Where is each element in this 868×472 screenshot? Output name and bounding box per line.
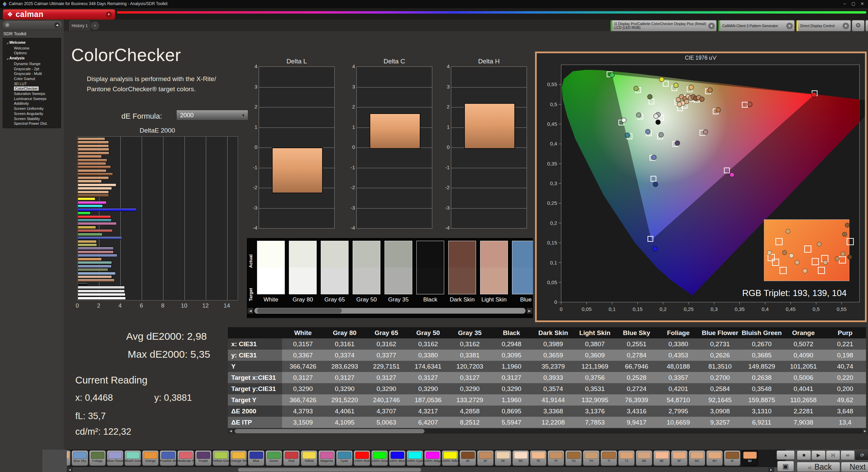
table-cell: 0,3161 — [324, 338, 366, 350]
patch-button-cyan[interactable]: Cyan — [336, 450, 353, 466]
patch-button-blue[interactable]: Blue — [248, 450, 264, 466]
sidebar-item-welcome[interactable]: ◢Welcome — [3, 40, 61, 46]
add-tab-button[interactable]: + — [91, 22, 99, 30]
scroll-left-icon[interactable]: ◀ — [228, 429, 234, 434]
patch-button-8h[interactable]: 8H — [706, 450, 723, 466]
loop-button[interactable]: ∞ — [841, 450, 855, 460]
patch-button-8g[interactable]: 8G — [689, 450, 705, 466]
tree-expand-icon[interactable]: ◢ — [6, 42, 8, 44]
maximize-icon[interactable]: ▢ — [849, 1, 858, 7]
tab-history-1[interactable]: History 1 — [69, 20, 90, 31]
patch-button-2e[interactable]: 2E — [459, 450, 476, 466]
sidebar-item-luminance-sweeps[interactable]: Luminance Sweeps — [3, 96, 61, 101]
record-dot-icon[interactable] — [5, 23, 9, 27]
patch-button-orange[interactable]: Orange — [142, 450, 159, 466]
swatch-scrollbar[interactable] — [254, 308, 526, 314]
sidebar-item-options[interactable]: Options — [3, 51, 61, 56]
sidebar-item-grayscale-multi[interactable]: Grayscale - Multi — [3, 71, 61, 76]
sidebar-item-screen-stability[interactable]: Screen Stability — [3, 116, 61, 121]
scroll-left-icon[interactable]: ◀ — [248, 308, 253, 314]
device-dropdown-0[interactable]: i1 Display Pro/Calibrite ColorChecker Di… — [610, 20, 717, 32]
patch-button-bluish-green[interactable]: Bluish Green — [124, 450, 141, 466]
patch-button-100-magenta[interactable]: 100% Magenta — [424, 450, 441, 466]
patch-button-100-yellow[interactable]: 100% Yellow — [442, 450, 458, 466]
patch-button-7i[interactable]: 7I — [600, 450, 617, 466]
minimize-icon[interactable]: – — [840, 1, 849, 7]
patch-button-2f[interactable]: 2F — [477, 450, 494, 466]
scroll-right-icon[interactable]: ▶ — [527, 308, 532, 314]
patch-button-8d[interactable]: 8D — [636, 450, 652, 466]
patch-button-100-red[interactable]: 100% Red — [354, 450, 370, 466]
patch-button-7j[interactable]: 7J — [618, 450, 635, 466]
swatch-actual — [289, 241, 316, 268]
pattern-window-button[interactable]: ▣ — [777, 461, 794, 472]
patch-button-red[interactable]: Red — [283, 450, 300, 466]
sidebar-item-color-gamut[interactable]: Color Gamut — [3, 76, 61, 81]
scrollbar-thumb[interactable] — [235, 429, 425, 433]
patch-button-8j[interactable]: 8J — [742, 450, 758, 466]
calman-logo-button[interactable]: ❖ calman ▼ — [3, 9, 115, 20]
refresh-button[interactable]: ⟳ — [855, 450, 868, 460]
logo-dropdown-icon[interactable]: ▼ — [106, 12, 112, 18]
sidebar-item-colorchecker[interactable]: ColorChecker — [3, 86, 61, 91]
patch-button-8i[interactable]: 8I — [724, 450, 741, 466]
sidebar-collapse-icon[interactable]: ◀ — [54, 22, 60, 28]
settings-gear-button[interactable]: ⚙ — [852, 20, 865, 32]
patch-button-blue-sky[interactable]: Blue Sky — [72, 450, 88, 466]
patch-button-7e[interactable]: 7E — [530, 450, 547, 466]
scroll-left-icon[interactable]: ◀ — [67, 468, 73, 472]
patch-button-green[interactable]: Green — [265, 450, 282, 466]
scrollbar-thumb[interactable] — [257, 308, 342, 313]
sidebar-item-additivity[interactable]: Additivity — [3, 101, 61, 106]
patch-button-2k[interactable]: 2K — [495, 450, 511, 466]
patch-button-8e[interactable]: 8E — [653, 450, 670, 466]
back-button[interactable]: «Back — [797, 462, 840, 472]
patch-button-7g[interactable]: 7G — [565, 450, 582, 466]
sidebar-item-spectral-power-dist-[interactable]: Spectral Power Dist. — [3, 121, 61, 126]
de-formula-select[interactable]: 2000 ▼ — [176, 110, 248, 120]
patch-button-magenta[interactable]: Magenta — [318, 450, 335, 466]
patch-button-100-cyan[interactable]: 100% Cyan — [407, 450, 423, 466]
axis-tick-label: 4 — [249, 63, 257, 69]
patch-button-purplish-blue[interactable]: Purplish Blue — [160, 450, 176, 466]
patch-button-8f[interactable]: 8F — [671, 450, 688, 466]
pattern-up-button[interactable]: ▲ — [776, 450, 795, 460]
sidebar-item-analysis[interactable]: ◢Analysis — [3, 56, 61, 61]
device-dropdown-1[interactable]: CalMAN Client 3 Pattern Generator▼ — [718, 20, 795, 32]
sidebar-item-welcome[interactable]: Welcome — [3, 46, 61, 51]
patch-button-orange-yellow[interactable]: Orange Yellow — [230, 450, 247, 466]
swatch-target — [480, 268, 508, 294]
patch-strip-scrollbar[interactable]: ◀▶ — [67, 468, 774, 472]
patch-button-100-blue[interactable]: 100% Blue — [389, 450, 406, 466]
play-button[interactable]: ▶ — [811, 450, 826, 460]
scroll-right-icon[interactable]: ▶ — [768, 468, 774, 472]
patch-button-7h[interactable]: 7H — [583, 450, 599, 466]
patch-button-foliage[interactable]: Foliage — [89, 450, 106, 466]
patch-button-yellow[interactable]: Yellow — [301, 450, 317, 466]
patch-button-yellow-green[interactable]: Yellow Green — [213, 450, 229, 466]
sidebar-item-screen-uniformity[interactable]: Screen Uniformity — [3, 106, 61, 111]
panel-collapse-button[interactable]: ◀ — [865, 20, 868, 32]
scrollbar-thumb[interactable] — [238, 468, 421, 472]
sidebar-item-dynamic-range[interactable]: Dynamic Range — [3, 61, 61, 66]
sidebar-item-screen-angularity[interactable]: Screen Angularity — [3, 111, 61, 116]
patch-button-100-green[interactable]: 100% Green — [371, 450, 388, 466]
measured-dot-marker — [703, 130, 708, 134]
patch-button-purple[interactable]: Purple — [195, 450, 212, 466]
device-dropdown-2[interactable]: Direct Display Control▼ — [796, 20, 851, 32]
sidebar-item-saturation-sweeps[interactable]: Saturation Sweeps — [3, 91, 61, 96]
patch-button-moderate-red[interactable]: Moderate Red — [177, 450, 194, 466]
table-scrollbar[interactable]: ◀▶ — [228, 429, 868, 434]
tree-expand-icon[interactable]: ◢ — [6, 57, 8, 60]
patch-button-n[interactable]: n — [67, 450, 71, 466]
sidebar-item-3d-lut[interactable]: 3D LUT — [3, 81, 61, 86]
close-icon[interactable]: ✕ — [858, 1, 867, 7]
sidebar-item-grayscale-2pt[interactable]: Grayscale - 2pt — [3, 66, 61, 72]
pattern-window-button[interactable]: [•] — [826, 450, 840, 460]
stop-button[interactable]: ■ — [797, 450, 811, 460]
patch-button-blue-flower[interactable]: Blue Flower — [107, 450, 123, 466]
next-button[interactable]: Next» — [841, 462, 868, 472]
scroll-right-icon[interactable]: ▶ — [862, 429, 868, 434]
patch-button-5d[interactable]: 5D — [512, 450, 529, 466]
patch-button-7f[interactable]: 7F — [548, 450, 564, 466]
